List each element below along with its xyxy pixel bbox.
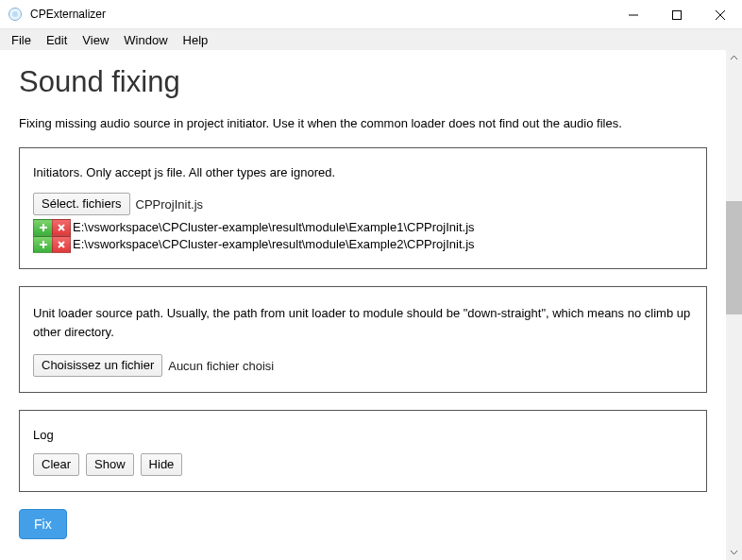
initiators-path-list: E:\vsworkspace\CPCluster-example\result\… [33, 219, 693, 253]
page-title: Sound fixing [19, 65, 707, 99]
log-show-button[interactable]: Show [86, 453, 134, 476]
path-text: E:\vsworkspace\CPCluster-example\result\… [73, 219, 475, 236]
initiators-file-row: Sélect. fichiers CPProjInit.js [33, 193, 693, 215]
content-wrap: Sound fixing Fixing missing audio source… [0, 50, 742, 560]
minimize-button[interactable] [612, 0, 655, 29]
maximize-button[interactable] [655, 0, 699, 29]
menu-view[interactable]: View [75, 31, 116, 49]
window-title: CPExternalizer [30, 8, 612, 21]
path-row: E:\vsworkspace\CPCluster-example\result\… [33, 236, 693, 253]
unitloader-choose-button[interactable]: Choisissez un fichier [33, 354, 162, 377]
remove-path-button[interactable] [52, 219, 71, 236]
path-text: E:\vsworkspace\CPCluster-example\result\… [73, 236, 475, 253]
vertical-scrollbar[interactable] [726, 50, 742, 560]
menu-window[interactable]: Window [116, 31, 175, 49]
content: Sound fixing Fixing missing audio source… [0, 50, 726, 560]
unitloader-panel: Unit loader source path. Usually, the pa… [19, 286, 707, 393]
add-path-button[interactable] [33, 219, 52, 236]
log-label: Log [33, 428, 693, 442]
initiators-choose-button[interactable]: Sélect. fichiers [33, 193, 130, 215]
log-panel: Log Clear Show Hide [19, 410, 707, 492]
menu-file[interactable]: File [4, 31, 39, 49]
window-titlebar: CPExternalizer [0, 0, 742, 29]
initiators-label: Initiators. Only accept js file. All oth… [33, 165, 693, 179]
svg-rect-3 [673, 10, 682, 19]
unitloader-file-row: Choisissez un fichier Aucun fichier choi… [33, 354, 693, 377]
initiators-panel: Initiators. Only accept js file. All oth… [19, 147, 707, 269]
close-button[interactable] [699, 0, 742, 29]
log-clear-button[interactable]: Clear [33, 453, 79, 476]
page-subtitle: Fixing missing audio source in project i… [19, 116, 707, 130]
unitloader-label: Unit loader source path. Usually, the pa… [33, 304, 693, 341]
remove-path-button[interactable] [52, 236, 71, 253]
menubar: File Edit View Window Help [0, 29, 742, 50]
initiators-chosen-file: CPProjInit.js [136, 197, 204, 212]
path-row: E:\vsworkspace\CPCluster-example\result\… [33, 219, 693, 236]
menu-help[interactable]: Help [176, 31, 216, 49]
fix-button[interactable]: Fix [19, 509, 67, 539]
scroll-thumb[interactable] [726, 201, 742, 314]
window-controls [612, 0, 742, 28]
svg-point-1 [12, 11, 18, 17]
scroll-up-icon[interactable] [726, 50, 742, 66]
log-hide-button[interactable]: Hide [141, 453, 183, 476]
add-path-button[interactable] [33, 236, 52, 253]
menu-edit[interactable]: Edit [39, 31, 75, 49]
unitloader-chosen-file: Aucun fichier choisi [168, 359, 274, 373]
scroll-down-icon[interactable] [726, 544, 742, 560]
app-icon [8, 7, 23, 22]
